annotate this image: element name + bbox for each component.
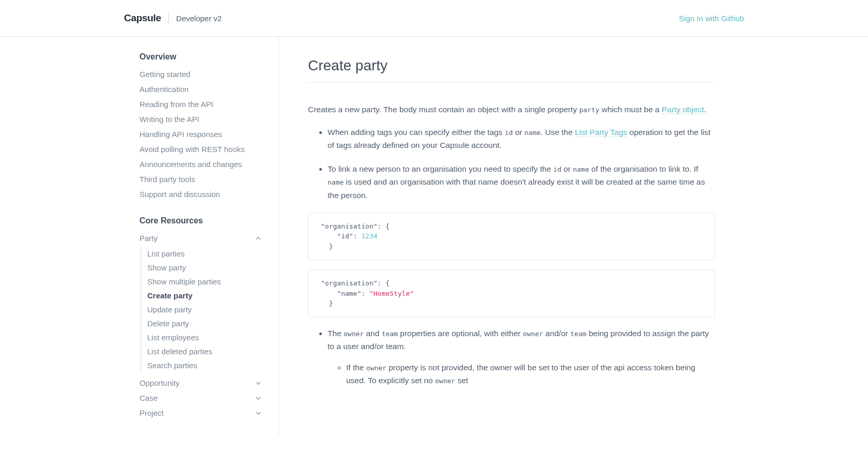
sidebar-section-core: Core Resources	[140, 216, 263, 225]
header: Capsule Developer v2 Sign In with Github	[0, 0, 868, 37]
n1-a: If the	[346, 363, 366, 372]
intro-text-b: which must be a	[599, 105, 662, 114]
tok: 1234	[361, 232, 377, 240]
chevron-down-icon	[256, 381, 261, 386]
tok: "name"	[337, 290, 361, 297]
b2-c: of the organisation to link to. If	[589, 164, 698, 173]
subnav-list-deleted[interactable]: List deleted parties	[147, 344, 263, 358]
sidebar-section-overview: Overview	[140, 52, 263, 62]
b2-d: is used and an organisation with that na…	[328, 177, 705, 200]
brand-subtitle: Developer v2	[176, 14, 222, 23]
tok: "organisation"	[321, 279, 378, 287]
tok: "organisation"	[321, 222, 378, 230]
nav-reading-api[interactable]: Reading from the API	[140, 97, 263, 112]
subnav-update-party[interactable]: Update party	[147, 303, 263, 316]
nav-list-core: Party List parties Show party Show multi…	[140, 231, 263, 420]
nav-list-overview: Getting started Authentication Reading f…	[140, 67, 263, 202]
subnav-search-parties[interactable]: Search parties	[147, 358, 263, 372]
nav-support[interactable]: Support and discussion	[140, 187, 263, 202]
code-name: name	[524, 129, 540, 137]
nav-opportunity-label: Opportunity	[140, 379, 180, 387]
code-party: party	[579, 106, 599, 114]
sidebar: Overview Getting started Authentication …	[124, 37, 279, 436]
subnav-show-multiple[interactable]: Show multiple parties	[147, 275, 263, 289]
tok: "HomeStyle"	[369, 290, 414, 297]
b2-a: To link a new person to an organisation …	[328, 164, 553, 173]
intro-text-a: Creates a new party. The body must conta…	[308, 105, 579, 114]
nav-announcements[interactable]: Announcements and changes	[140, 157, 263, 172]
chevron-down-icon	[256, 396, 261, 401]
b3-c: properties are optional, with either	[398, 329, 523, 338]
nav-authentication[interactable]: Authentication	[140, 82, 263, 97]
nav-opportunity[interactable]: Opportunity	[140, 375, 263, 390]
brand-divider	[168, 13, 169, 23]
b1-b: or	[513, 128, 524, 137]
nav-party-sublist: List parties Show party Show multiple pa…	[141, 247, 263, 372]
subnav-create-party[interactable]: Create party	[147, 289, 263, 303]
intro-text-c: .	[704, 105, 706, 114]
nav-rest-hooks[interactable]: Avoid polling with REST hooks	[140, 142, 263, 157]
nav-party-label: Party	[140, 234, 158, 243]
nav-writing-api[interactable]: Writing to the API	[140, 112, 263, 127]
n1-c: set	[455, 376, 468, 385]
bullet-owner: The owner and team properties are option…	[328, 327, 715, 387]
code-name-2: name	[573, 165, 589, 173]
nav-party[interactable]: Party	[140, 231, 263, 246]
code-owner-3: owner	[366, 364, 386, 372]
tok: "id"	[337, 232, 353, 240]
b3-b: and	[364, 329, 381, 338]
code-team: team	[382, 330, 398, 338]
b3-a: The	[328, 329, 344, 338]
code-team-2: team	[570, 330, 586, 338]
code-name-3: name	[328, 178, 344, 186]
nav-third-party[interactable]: Third party tools	[140, 172, 263, 187]
header-inner: Capsule Developer v2 Sign In with Github	[124, 12, 744, 24]
subnav-list-employees[interactable]: List employees	[147, 330, 263, 344]
code-id-2: id	[553, 165, 562, 173]
b2-b: or	[562, 164, 573, 173]
b1-c: . Use the	[540, 128, 575, 137]
layout: Overview Getting started Authentication …	[124, 37, 744, 436]
nav-project-label: Project	[140, 409, 164, 417]
nav-party-sublist-container: List parties Show party Show multiple pa…	[140, 247, 263, 372]
b3-d: and/or	[543, 329, 570, 338]
chevron-down-icon	[256, 411, 261, 416]
nav-handling-responses[interactable]: Handling API responses	[140, 127, 263, 142]
nested-owner-default: If the owner property is not provided, t…	[346, 361, 715, 387]
code-owner: owner	[344, 330, 364, 338]
nav-getting-started[interactable]: Getting started	[140, 67, 263, 82]
content: Creates a new party. The body must conta…	[308, 103, 715, 387]
intro-paragraph: Creates a new party. The body must conta…	[308, 103, 715, 116]
bullet-organisation: To link a new person to an organisation …	[328, 162, 715, 202]
nav-case-label: Case	[140, 394, 158, 402]
subnav-delete-party[interactable]: Delete party	[147, 316, 263, 330]
party-object-link[interactable]: Party object	[662, 105, 704, 114]
brand-logo: Capsule	[124, 12, 161, 24]
nav-case[interactable]: Case	[140, 390, 263, 405]
nav-project[interactable]: Project	[140, 405, 263, 420]
subnav-show-party[interactable]: Show party	[147, 261, 263, 275]
chevron-up-icon	[256, 236, 261, 241]
page-title: Create party	[308, 57, 715, 83]
n1-b: property is not provided, the owner will…	[346, 363, 695, 385]
code-owner-4: owner	[435, 377, 455, 385]
code-block-org-name: "organisation": { "name": "HomeStyle" }	[308, 269, 715, 318]
nested-list-owner: If the owner property is not provided, t…	[328, 361, 715, 387]
main-content: Create party Creates a new party. The bo…	[279, 37, 744, 436]
brand: Capsule Developer v2	[124, 12, 222, 24]
list-party-tags-link[interactable]: List Party Tags	[575, 128, 627, 137]
bullet-list-owner: The owner and team properties are option…	[308, 327, 715, 387]
code-id: id	[505, 129, 513, 137]
b1-a: When adding tags you can specify either …	[328, 128, 505, 137]
code-owner-2: owner	[523, 330, 543, 338]
code-block-org-id: "organisation": { "id": 1234 }	[308, 213, 715, 261]
subnav-list-parties[interactable]: List parties	[147, 247, 263, 261]
signin-link[interactable]: Sign In with Github	[679, 14, 744, 23]
bullet-list-top: When adding tags you can specify either …	[308, 126, 715, 202]
bullet-tags: When adding tags you can specify either …	[328, 126, 715, 152]
